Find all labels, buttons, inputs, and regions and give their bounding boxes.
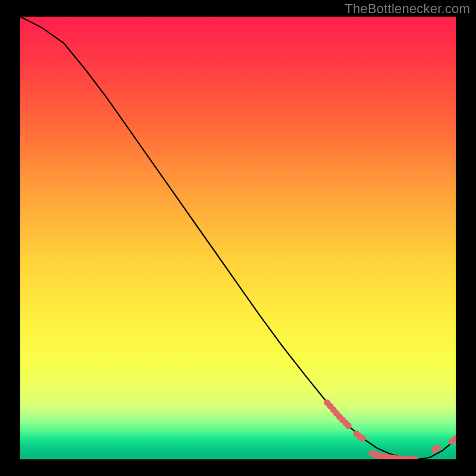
bottleneck-curve-svg (20, 17, 456, 459)
chart-frame: TheBottlenecker.com (0, 0, 476, 476)
plot-area (20, 17, 456, 459)
bottleneck-curve-line (20, 17, 456, 459)
source-watermark: TheBottlenecker.com (345, 1, 470, 17)
curve-marker (345, 422, 352, 429)
curve-markers (324, 399, 456, 459)
curve-marker (359, 436, 366, 442)
curve-marker (434, 444, 441, 451)
